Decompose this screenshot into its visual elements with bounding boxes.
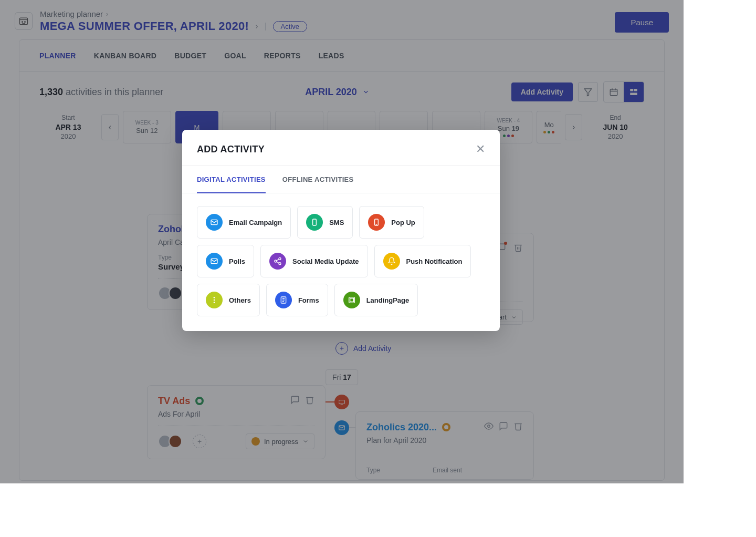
dots-icon <box>206 292 223 308</box>
page-icon <box>343 292 360 308</box>
modal-tabs: DIGITAL ACTIVITIES OFFLINE ACTIVITIES <box>182 166 500 193</box>
activity-tile-label: LandingPage <box>366 296 410 304</box>
activity-tile-label: Polls <box>229 257 245 265</box>
activity-tile-social-media-update[interactable]: Social Media Update <box>260 245 368 277</box>
mail-icon <box>206 214 223 231</box>
activity-tile-label: Others <box>229 296 251 304</box>
form-icon <box>275 292 292 308</box>
activity-tile-label: Email Campaign <box>229 219 282 226</box>
svg-point-28 <box>214 297 215 298</box>
svg-point-30 <box>214 302 215 303</box>
activity-tile-sms[interactable]: SMS <box>297 206 353 239</box>
activity-tile-label: Forms <box>298 296 319 304</box>
svg-line-27 <box>277 262 279 263</box>
activity-tile-others[interactable]: Others <box>197 284 260 316</box>
activity-tile-landingpage[interactable]: LandingPage <box>334 284 418 316</box>
tab-digital-activities[interactable]: DIGITAL ACTIVITIES <box>197 166 266 193</box>
svg-point-23 <box>279 257 281 260</box>
activity-tile-pop-up[interactable]: Pop Up <box>359 206 424 239</box>
phone-icon <box>306 214 323 231</box>
activity-tile-forms[interactable]: Forms <box>266 284 328 316</box>
tab-offline-activities[interactable]: OFFLINE ACTIVITIES <box>282 166 354 193</box>
svg-line-26 <box>277 259 279 261</box>
add-activity-modal: ADD ACTIVITY ✕ DIGITAL ACTIVITIES OFFLIN… <box>182 130 500 331</box>
modal-title: ADD ACTIVITY <box>197 144 265 155</box>
svg-point-25 <box>279 263 281 265</box>
svg-point-29 <box>214 300 215 301</box>
svg-point-24 <box>275 260 277 262</box>
activity-tile-label: Push Notification <box>406 257 463 265</box>
modal-header: ADD ACTIVITY ✕ <box>182 130 500 166</box>
share-icon <box>269 253 286 270</box>
activity-tile-email-campaign[interactable]: Email Campaign <box>197 206 291 239</box>
activity-tile-label: Pop Up <box>391 219 415 226</box>
device-icon <box>368 214 385 231</box>
svg-rect-19 <box>313 219 317 225</box>
activity-tile-push-notification[interactable]: Push Notification <box>374 245 471 277</box>
activity-tile-polls[interactable]: Polls <box>197 245 254 277</box>
svg-rect-36 <box>350 298 353 302</box>
bell-icon <box>383 253 400 270</box>
modal-body: Email CampaignSMSPop UpPollsSocial Media… <box>182 193 500 331</box>
close-icon[interactable]: ✕ <box>476 142 485 156</box>
activity-tile-label: Social Media Update <box>292 257 359 265</box>
mail-icon <box>206 253 223 270</box>
activity-tile-label: SMS <box>329 219 344 226</box>
